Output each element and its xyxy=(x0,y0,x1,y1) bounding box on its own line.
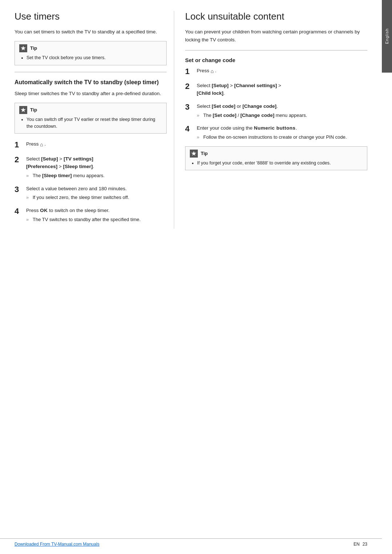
step-2-sub1: » The [Sleep timer] menu appears. xyxy=(26,172,167,180)
right-step-num-3: 3 xyxy=(185,102,197,112)
tip-box-1: Tip Set the TV clock before you use time… xyxy=(15,41,167,65)
step-2-menu4: [Sleep timer] xyxy=(63,164,93,169)
step-2-arrow: » xyxy=(26,172,33,180)
tip-box-right: Tip If you forget your code, enter '8888… xyxy=(185,146,367,171)
footer-link[interactable]: Downloaded From TV-Manual.com Manuals xyxy=(15,542,99,547)
step-2-menu3: [Preferences] xyxy=(26,164,57,169)
right-subsection-title: Set or change code xyxy=(185,57,367,63)
right-column: Lock unsuitable content You can prevent … xyxy=(174,11,382,229)
step-2-period: . xyxy=(93,164,94,169)
right-title: Lock unsuitable content xyxy=(185,11,367,22)
tip-item-2-1: You can switch off your TV earlier or re… xyxy=(26,116,162,130)
right-intro: You can prevent your children from watch… xyxy=(185,28,367,44)
footer: Downloaded From TV-Manual.com Manuals EN… xyxy=(0,538,382,547)
tip-icon-right xyxy=(190,150,198,158)
step-4-after: to switch on the sleep timer. xyxy=(48,208,110,213)
step-num-1: 1 xyxy=(15,140,26,150)
right-step-3: 3 Select [Set code] or [Change code]. » … xyxy=(185,102,367,119)
step-4-before: Press xyxy=(26,208,40,213)
right-step-2: 2 Select [Setup] > [Channel settings] >[… xyxy=(185,82,367,97)
tip-label-1: Tip xyxy=(30,45,37,51)
tip-header-right: Tip xyxy=(190,150,363,158)
step-num-3: 3 xyxy=(15,185,26,194)
right-step-3-sub1: » The [Set code] / [Change code] menu ap… xyxy=(197,112,367,119)
right-step-1-text: Press xyxy=(197,68,209,73)
star-icon-right xyxy=(191,151,196,156)
right-step-3-arrow: » xyxy=(197,112,203,119)
left-column: Use timers You can set timers to switch … xyxy=(0,11,174,229)
step-3-sub-text: If you select zero, the sleep timer swit… xyxy=(33,194,129,201)
right-step-4-arrow: » xyxy=(197,134,203,141)
footer-page-num: 23 xyxy=(363,542,367,547)
tip-icon-1 xyxy=(19,44,27,52)
right-step-3-menu1: [Set code] xyxy=(212,103,235,109)
step-num-4: 4 xyxy=(15,207,26,216)
right-step-3-before: Select xyxy=(197,103,212,109)
right-step-4-sub-text: Follow the on-screen instructions to cre… xyxy=(203,134,347,141)
right-step-1: 1 Press ⌂ . xyxy=(185,67,367,76)
star-icon-2 xyxy=(21,107,26,113)
tip-icon-2 xyxy=(19,106,27,114)
tip-content-2: You can switch off your TV earlier or re… xyxy=(19,116,162,130)
footer-lang: EN xyxy=(354,542,360,547)
step-content-4: Press OK to switch on the sleep timer. »… xyxy=(26,207,167,223)
subsection-intro: Sleep timer switches the TV to standby a… xyxy=(15,90,167,98)
tip-label-2: Tip xyxy=(30,107,37,113)
step-4-key: OK xyxy=(40,208,48,213)
left-step-4: 4 Press OK to switch on the sleep timer.… xyxy=(15,207,167,223)
right-step-4-before: Enter your code using the xyxy=(197,125,254,131)
right-step-content-1: Press ⌂ . xyxy=(197,67,367,75)
left-steps: 1 Press ⌂ . 2 Select [Setup] > [TV setti… xyxy=(15,140,167,223)
left-title: Use timers xyxy=(15,11,167,22)
tip-label-right: Tip xyxy=(201,151,208,156)
side-tab: English xyxy=(382,0,392,73)
step-3-text: Select a value between zero and 180 minu… xyxy=(26,186,127,191)
tip-item-1-1: Set the TV clock before you use timers. xyxy=(26,54,162,61)
tip-item-right-1: If you forget your code, enter '8888' to… xyxy=(197,160,363,167)
right-step-2-menu1: [Setup] xyxy=(212,83,229,88)
right-step-4: 4 Enter your code using the Numeric butt… xyxy=(185,124,367,141)
left-step-3: 3 Select a value between zero and 180 mi… xyxy=(15,185,167,201)
star-icon xyxy=(21,46,26,51)
page-container: English Use timers You can set timers to… xyxy=(0,0,392,554)
right-steps: 1 Press ⌂ . 2 Select [Setup] > [Channel … xyxy=(185,67,367,141)
left-step-1: 1 Press ⌂ . xyxy=(15,140,167,150)
divider-left xyxy=(15,72,167,72)
right-step-num-4: 4 xyxy=(185,124,197,134)
step-content-1: Press ⌂ . xyxy=(26,140,167,148)
step-4-arrow: » xyxy=(26,216,33,224)
step-3-sub1: » If you select zero, the sleep timer sw… xyxy=(26,194,167,201)
right-step-3-sub-text: The [Set code] / [Change code] menu appe… xyxy=(203,112,307,119)
right-step-num-2: 2 xyxy=(185,82,197,91)
tip-header-1: Tip xyxy=(19,44,162,52)
tip-box-2: Tip You can switch off your TV earlier o… xyxy=(15,103,167,134)
step-content-2: Select [Setup] > [TV settings] [Preferen… xyxy=(26,155,167,180)
right-step-2-before: Select xyxy=(197,83,212,88)
right-step-4-after: . xyxy=(295,125,297,131)
left-intro: You can set timers to switch the TV to s… xyxy=(15,28,167,36)
footer-page: EN 23 xyxy=(354,542,367,547)
step-1-suffix: . xyxy=(45,141,46,147)
step-2-sep2: > xyxy=(57,164,63,169)
right-step-2-menu2: [Channel settings] xyxy=(234,83,277,88)
step-1-text: Press xyxy=(26,141,39,147)
left-step-2: 2 Select [Setup] > [TV settings] [Prefer… xyxy=(15,155,167,180)
step-4-sub-text: The TV switches to standby after the spe… xyxy=(33,216,140,224)
right-step-num-1: 1 xyxy=(185,67,197,76)
step-2-before: Select xyxy=(26,156,41,162)
step-3-arrow: » xyxy=(26,194,33,201)
right-step-4-key: Numeric buttons xyxy=(254,125,296,131)
right-step-3-menu2: [Change code] xyxy=(242,103,277,109)
right-step-4-sub1: » Follow the on-screen instructions to c… xyxy=(197,134,367,141)
step-2-sep1: > xyxy=(58,156,64,162)
home-icon-1: ⌂ xyxy=(40,140,43,148)
step-4-sub1: » The TV switches to standby after the s… xyxy=(26,216,167,224)
side-tab-label: English xyxy=(385,28,389,44)
step-num-2: 2 xyxy=(15,155,26,164)
subsection-title: Automatically switch the TV to standby (… xyxy=(15,79,167,86)
tip-content-right: If you forget your code, enter '8888' to… xyxy=(190,160,363,167)
right-step-content-4: Enter your code using the Numeric button… xyxy=(197,124,367,141)
right-step-content-2: Select [Setup] > [Channel settings] >[Ch… xyxy=(197,82,367,97)
tip-header-2: Tip xyxy=(19,106,162,114)
divider-right xyxy=(185,50,367,50)
